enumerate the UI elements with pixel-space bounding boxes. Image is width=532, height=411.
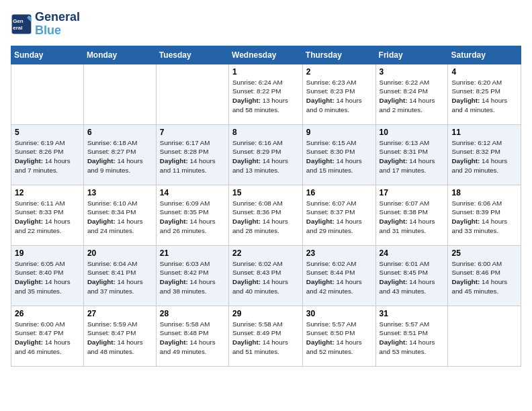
day-info: Sunrise: 6:22 AMSunset: 8:24 PMDaylight:… <box>380 78 445 115</box>
day-number: 13 <box>87 188 152 197</box>
calendar-cell: 29Sunrise: 5:58 AMSunset: 8:49 PMDayligh… <box>229 306 303 366</box>
day-info: Sunrise: 6:18 AMSunset: 8:27 PMDaylight:… <box>87 138 152 175</box>
day-info: Sunrise: 6:09 AMSunset: 8:35 PMDaylight:… <box>160 199 225 236</box>
calendar-cell: 13Sunrise: 6:10 AMSunset: 8:34 PMDayligh… <box>83 185 156 245</box>
calendar-cell: 31Sunrise: 5:57 AMSunset: 8:51 PMDayligh… <box>375 306 448 366</box>
col-header-friday: Friday <box>375 46 448 64</box>
day-info: Sunrise: 6:10 AMSunset: 8:34 PMDaylight:… <box>87 199 152 236</box>
calendar-cell: 26Sunrise: 6:00 AMSunset: 8:47 PMDayligh… <box>11 306 84 366</box>
calendar-cell: 3Sunrise: 6:22 AMSunset: 8:24 PMDaylight… <box>375 64 448 124</box>
day-number: 1 <box>232 67 299 77</box>
logo: Gen eral General Blue <box>11 11 80 38</box>
day-number: 26 <box>15 309 80 318</box>
day-info: Sunrise: 6:19 AMSunset: 8:26 PMDaylight:… <box>15 138 80 175</box>
calendar-week-4: 19Sunrise: 6:05 AMSunset: 8:40 PMDayligh… <box>11 245 521 306</box>
day-info: Sunrise: 6:24 AMSunset: 8:22 PMDaylight:… <box>232 78 299 115</box>
day-number: 17 <box>380 188 445 197</box>
calendar-cell: 30Sunrise: 5:57 AMSunset: 8:50 PMDayligh… <box>302 306 375 366</box>
logo-text: General Blue <box>35 11 80 38</box>
logo-icon: Gen eral <box>11 13 32 35</box>
calendar-cell: 27Sunrise: 5:59 AMSunset: 8:47 PMDayligh… <box>83 306 156 366</box>
calendar-cell: 22Sunrise: 6:02 AMSunset: 8:43 PMDayligh… <box>229 245 303 306</box>
calendar-cell: 23Sunrise: 6:02 AMSunset: 8:44 PMDayligh… <box>302 245 375 306</box>
calendar-cell: 2Sunrise: 6:23 AMSunset: 8:23 PMDaylight… <box>302 64 375 124</box>
day-info: Sunrise: 6:01 AMSunset: 8:45 PMDaylight:… <box>380 259 445 296</box>
day-info: Sunrise: 6:23 AMSunset: 8:23 PMDaylight:… <box>306 78 372 115</box>
day-info: Sunrise: 5:58 AMSunset: 8:49 PMDaylight:… <box>232 320 299 357</box>
day-info: Sunrise: 6:15 AMSunset: 8:30 PMDaylight:… <box>306 138 372 175</box>
day-number: 14 <box>160 188 225 197</box>
day-info: Sunrise: 6:00 AMSunset: 8:47 PMDaylight:… <box>15 320 80 357</box>
day-number: 15 <box>232 188 299 197</box>
day-number: 20 <box>87 248 152 258</box>
day-number: 6 <box>87 128 152 137</box>
day-info: Sunrise: 5:57 AMSunset: 8:51 PMDaylight:… <box>380 320 445 357</box>
calendar-week-5: 26Sunrise: 6:00 AMSunset: 8:47 PMDayligh… <box>11 306 521 366</box>
calendar-cell: 19Sunrise: 6:05 AMSunset: 8:40 PMDayligh… <box>11 245 84 306</box>
day-number: 7 <box>160 128 225 137</box>
calendar-table: SundayMondayTuesdayWednesdayThursdayFrid… <box>11 46 521 367</box>
calendar-cell: 11Sunrise: 6:12 AMSunset: 8:32 PMDayligh… <box>448 124 521 185</box>
calendar-cell: 12Sunrise: 6:11 AMSunset: 8:33 PMDayligh… <box>11 185 84 245</box>
day-number: 23 <box>306 248 372 258</box>
day-info: Sunrise: 6:16 AMSunset: 8:29 PMDaylight:… <box>232 138 299 175</box>
day-number: 28 <box>160 309 225 318</box>
day-number: 11 <box>451 128 517 137</box>
header: Gen eral General Blue <box>11 11 521 38</box>
day-info: Sunrise: 6:12 AMSunset: 8:32 PMDaylight:… <box>451 138 517 175</box>
day-info: Sunrise: 6:20 AMSunset: 8:25 PMDaylight:… <box>451 78 517 115</box>
calendar-week-1: 1Sunrise: 6:24 AMSunset: 8:22 PMDaylight… <box>11 64 521 124</box>
day-info: Sunrise: 6:00 AMSunset: 8:46 PMDaylight:… <box>451 259 517 296</box>
calendar-cell: 28Sunrise: 5:58 AMSunset: 8:48 PMDayligh… <box>156 306 228 366</box>
day-number: 30 <box>306 309 372 318</box>
calendar-week-3: 12Sunrise: 6:11 AMSunset: 8:33 PMDayligh… <box>11 185 521 245</box>
day-info: Sunrise: 6:02 AMSunset: 8:43 PMDaylight:… <box>232 259 299 296</box>
calendar-cell: 9Sunrise: 6:15 AMSunset: 8:30 PMDaylight… <box>302 124 375 185</box>
calendar-cell: 5Sunrise: 6:19 AMSunset: 8:26 PMDaylight… <box>11 124 84 185</box>
calendar-header: SundayMondayTuesdayWednesdayThursdayFrid… <box>11 46 521 64</box>
day-number: 4 <box>451 67 517 77</box>
calendar-cell: 1Sunrise: 6:24 AMSunset: 8:22 PMDaylight… <box>229 64 303 124</box>
day-number: 16 <box>306 188 372 197</box>
calendar-week-2: 5Sunrise: 6:19 AMSunset: 8:26 PMDaylight… <box>11 124 521 185</box>
calendar-cell <box>156 64 228 124</box>
day-info: Sunrise: 6:07 AMSunset: 8:37 PMDaylight:… <box>306 199 372 236</box>
day-info: Sunrise: 6:04 AMSunset: 8:41 PMDaylight:… <box>87 259 152 296</box>
calendar-cell: 17Sunrise: 6:07 AMSunset: 8:38 PMDayligh… <box>375 185 448 245</box>
calendar-cell: 16Sunrise: 6:07 AMSunset: 8:37 PMDayligh… <box>302 185 375 245</box>
day-number: 31 <box>380 309 445 318</box>
day-number: 21 <box>160 248 225 258</box>
day-number: 10 <box>380 128 445 137</box>
calendar-cell: 24Sunrise: 6:01 AMSunset: 8:45 PMDayligh… <box>375 245 448 306</box>
day-number: 18 <box>451 188 517 197</box>
day-info: Sunrise: 5:59 AMSunset: 8:47 PMDaylight:… <box>87 320 152 357</box>
day-number: 2 <box>306 67 372 77</box>
day-number: 24 <box>380 248 445 258</box>
calendar-cell: 4Sunrise: 6:20 AMSunset: 8:25 PMDaylight… <box>448 64 521 124</box>
day-info: Sunrise: 5:58 AMSunset: 8:48 PMDaylight:… <box>160 320 225 357</box>
day-number: 22 <box>232 248 299 258</box>
day-info: Sunrise: 6:02 AMSunset: 8:44 PMDaylight:… <box>306 259 372 296</box>
col-header-saturday: Saturday <box>448 46 521 64</box>
col-header-monday: Monday <box>83 46 156 64</box>
day-number: 9 <box>306 128 372 137</box>
day-number: 8 <box>232 128 299 137</box>
calendar-cell <box>83 64 156 124</box>
calendar-cell <box>11 64 84 124</box>
calendar-cell: 10Sunrise: 6:13 AMSunset: 8:31 PMDayligh… <box>375 124 448 185</box>
day-info: Sunrise: 6:05 AMSunset: 8:40 PMDaylight:… <box>15 259 80 296</box>
col-header-sunday: Sunday <box>11 46 84 64</box>
col-header-thursday: Thursday <box>302 46 375 64</box>
calendar-cell: 25Sunrise: 6:00 AMSunset: 8:46 PMDayligh… <box>448 245 521 306</box>
col-header-wednesday: Wednesday <box>229 46 303 64</box>
day-info: Sunrise: 6:03 AMSunset: 8:42 PMDaylight:… <box>160 259 225 296</box>
day-number: 12 <box>15 188 80 197</box>
calendar-cell: 18Sunrise: 6:06 AMSunset: 8:39 PMDayligh… <box>448 185 521 245</box>
calendar-cell: 15Sunrise: 6:08 AMSunset: 8:36 PMDayligh… <box>229 185 303 245</box>
day-info: Sunrise: 6:17 AMSunset: 8:28 PMDaylight:… <box>160 138 225 175</box>
col-header-tuesday: Tuesday <box>156 46 228 64</box>
day-number: 19 <box>15 248 80 258</box>
day-number: 27 <box>87 309 152 318</box>
calendar-cell: 14Sunrise: 6:09 AMSunset: 8:35 PMDayligh… <box>156 185 228 245</box>
day-number: 5 <box>15 128 80 137</box>
